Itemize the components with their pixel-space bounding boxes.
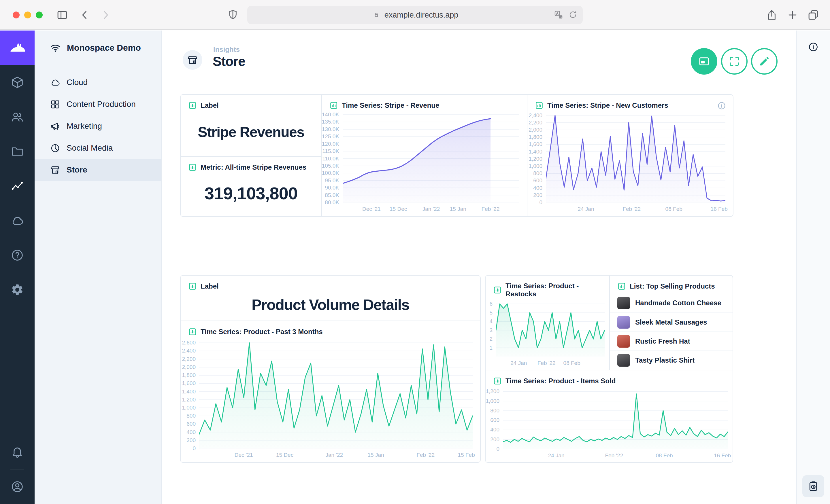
storefront-icon: [50, 165, 60, 175]
y-axis-label: 6: [489, 301, 492, 307]
panel-label-stripe-revenues: Label Stripe Revenues: [181, 95, 321, 156]
panel-header-label: Time Series: Product - Restocks: [506, 282, 602, 298]
y-axis-label: 1: [489, 345, 492, 351]
panel-stripe-revenue-chart: Time Series: Stripe - Revenue 140.0K135.…: [322, 95, 527, 216]
window-zoom-button[interactable]: [36, 11, 43, 19]
product-name: Rustic Fresh Hat: [635, 337, 690, 345]
panel-header: Time Series: Product - Past 3 Months: [181, 321, 480, 338]
list-item[interactable]: Tasty Plastic Shirt: [610, 350, 733, 370]
y-axis-label: 1,800: [529, 134, 542, 140]
info-icon: [717, 101, 726, 110]
panel-info-button[interactable]: [717, 101, 727, 111]
module-users-button[interactable]: [0, 100, 35, 134]
cloud-icon: [11, 214, 24, 227]
folder-icon: [11, 145, 24, 158]
sidebar-info-button[interactable]: [807, 41, 819, 53]
x-axis-label: Feb '22: [538, 360, 556, 366]
back-button[interactable]: [78, 8, 92, 22]
product-name: Sleek Metal Sausages: [635, 318, 707, 326]
past-3-months-chart: 2,6002,4002,2002,0001,8001,6001,4001,200…: [183, 340, 473, 460]
fullscreen-button[interactable]: [721, 48, 747, 75]
panel-header-label: Time Series: Stripe - New Customers: [547, 101, 668, 109]
project-header[interactable]: Monospace Demo: [35, 31, 161, 65]
sidebar-item-content-production[interactable]: Content Production: [35, 93, 161, 115]
list-item[interactable]: Sleek Metal Sausages: [610, 312, 733, 332]
chart-panel-icon: [617, 282, 626, 291]
account-button[interactable]: [0, 469, 35, 504]
tabs-icon: [807, 9, 819, 21]
y-axis-label: 1,000: [529, 163, 542, 169]
x-axis-label: 08 Feb: [564, 360, 580, 366]
y-axis-label: 130.0K: [322, 126, 339, 132]
product-thumbnail: [617, 354, 630, 367]
sidebar-item-social-media[interactable]: Social Media: [35, 137, 161, 159]
x-axis-label: Dec '21: [362, 206, 381, 212]
y-axis-label: 0: [496, 446, 500, 452]
module-content-button[interactable]: [0, 65, 35, 100]
activity-dock-button[interactable]: [802, 475, 824, 497]
users-icon: [11, 110, 24, 124]
share-button[interactable]: [765, 8, 779, 22]
pencil-icon: [758, 55, 770, 67]
megaphone-icon: [50, 121, 60, 131]
module-help-button[interactable]: [0, 238, 35, 272]
insights-dashboard: Insights Store Label Stripe Revenues: [162, 31, 796, 504]
list-item[interactable]: Rustic Fresh Hat: [610, 332, 733, 350]
sidebar-item-label: Store: [67, 165, 87, 174]
tab-overview-button[interactable]: [806, 8, 820, 22]
edit-dashboard-button[interactable]: [751, 48, 777, 75]
x-axis-label: Jan '22: [422, 206, 440, 212]
presentation-mode-button[interactable]: [691, 48, 717, 75]
account-icon: [11, 480, 24, 493]
dashboard-nav: Cloud Content Production Marketing Socia…: [35, 65, 161, 181]
chart-panel-icon: [188, 101, 197, 110]
forward-button[interactable]: [99, 8, 113, 22]
y-axis-label: 1,600: [182, 380, 196, 387]
y-axis-label: 1,000: [182, 405, 196, 411]
y-axis-label: 400: [490, 427, 500, 433]
y-axis-label: 120.0K: [322, 141, 339, 147]
privacy-report-button[interactable]: [226, 8, 240, 22]
sidebar-item-store[interactable]: Store: [35, 159, 161, 181]
window-close-button[interactable]: [13, 11, 20, 19]
window-minimize-button[interactable]: [24, 11, 31, 19]
reload-button[interactable]: [568, 10, 578, 20]
x-axis-label: 15 Feb: [458, 452, 475, 458]
x-axis-label: Feb '22: [622, 206, 641, 212]
crop-free-icon: [728, 55, 740, 67]
panel-new-customers-chart: Time Series: Stripe - New Customers 2,40…: [528, 95, 733, 216]
x-axis-label: 15 Dec: [390, 206, 407, 212]
x-axis-label: Feb '22: [416, 452, 435, 458]
panel-past-3-months-chart: Time Series: Product - Past 3 Months 2,6…: [181, 321, 480, 462]
y-axis-label: 1,200: [529, 156, 542, 162]
sidebar-item-cloud[interactable]: Cloud: [35, 71, 161, 93]
new-tab-button[interactable]: [786, 8, 799, 22]
y-axis-label: 1,200: [486, 388, 500, 395]
gear-icon: [11, 283, 24, 296]
notifications-button[interactable]: [0, 434, 35, 469]
sidebar-item-marketing[interactable]: Marketing: [35, 115, 161, 137]
restocks-list-row: Time Series: Product - Restocks 65432124…: [486, 276, 733, 370]
y-axis-label: 2,000: [529, 127, 542, 133]
panel-header: Time Series: Product - Items Sold: [486, 370, 733, 387]
breadcrumb[interactable]: Insights: [213, 45, 240, 54]
dashboard-icon-badge: [183, 50, 202, 70]
x-axis-label: 24 Jan: [578, 206, 594, 212]
module-cloud-button[interactable]: [0, 203, 35, 238]
panel-metric-stripe-revenues: Metric: All-time Stripe Revenues 319,103…: [181, 157, 321, 216]
y-axis-label: 400: [187, 429, 196, 435]
sidebar-toggle-button[interactable]: [55, 8, 69, 22]
address-bar[interactable]: example.directus.app: [247, 6, 583, 24]
module-settings-button[interactable]: [0, 272, 35, 307]
y-axis-label: 140.0K: [322, 111, 339, 118]
translate-button[interactable]: [553, 10, 564, 20]
chevron-right-icon: [99, 9, 111, 21]
y-axis-label: 110.0K: [322, 156, 339, 162]
module-insights-button[interactable]: [0, 169, 35, 203]
panel-restocks-chart: Time Series: Product - Restocks 65432124…: [486, 276, 609, 370]
list-item[interactable]: Handmade Cotton Cheese: [610, 294, 733, 312]
directus-logo[interactable]: [0, 31, 35, 65]
chart-panel-icon: [188, 282, 197, 291]
module-files-button[interactable]: [0, 134, 35, 169]
product-thumbnail: [617, 316, 630, 329]
